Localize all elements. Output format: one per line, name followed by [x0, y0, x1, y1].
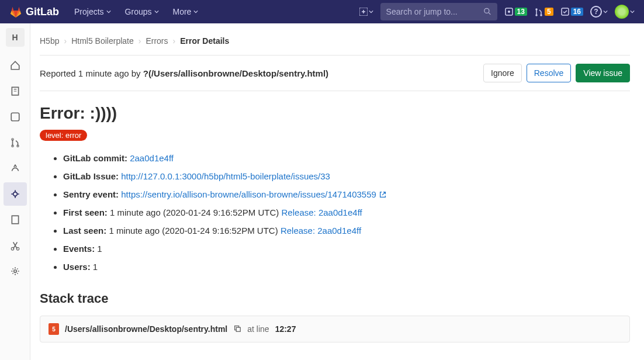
sentry-link[interactable]: https://sentry.io/allison-browne/allison… — [121, 189, 376, 199]
svg-point-3 — [508, 11, 510, 13]
detail-issue: GitLab Issue: http://127.0.0.1:3000/h5bp… — [63, 167, 630, 185]
left-sidebar: H — [0, 23, 30, 360]
issue-link[interactable]: http://127.0.0.1:3000/h5bp/html5-boilerp… — [121, 171, 330, 181]
main-content: H5bp › Html5 Boilerplate › Errors › Erro… — [30, 23, 644, 360]
svg-point-10 — [13, 192, 17, 196]
reported-text: Reported 1 minute ago by ?(/Users/alliso… — [40, 68, 328, 78]
detail-commit: GitLab commit: 2aa0d1e4ff — [63, 149, 630, 167]
sidebar-wiki[interactable] — [4, 208, 27, 231]
header-row: Reported 1 minute ago by ?(/Users/alliso… — [40, 55, 630, 91]
copy-path-button[interactable] — [233, 324, 241, 334]
action-buttons: Ignore Resolve View issue — [483, 64, 630, 82]
nav-groups[interactable]: Groups — [119, 4, 165, 20]
detail-users: Users: 1 — [63, 258, 630, 276]
stack-trace-title: Stack trace — [40, 291, 630, 306]
commit-link[interactable]: 2aa0d1e4ff — [130, 153, 174, 163]
at-line-label: at line — [247, 324, 269, 334]
svg-rect-6 — [11, 113, 19, 121]
breadcrumb-current: Error Details — [180, 36, 229, 46]
layout: H H5bp › Html5 Boilerplate › Errors › Er… — [0, 23, 644, 360]
svg-rect-11 — [12, 216, 18, 224]
top-navbar: GitLab Projects Groups More 13 5 16 ? — [0, 0, 644, 23]
user-avatar — [615, 5, 629, 19]
sidebar-settings[interactable] — [4, 259, 27, 283]
sidebar-overview[interactable] — [4, 54, 27, 77]
error-title: Error: :)))) — [40, 104, 630, 123]
detail-sentry: Sentry event: https://sentry.io/allison-… — [63, 185, 630, 203]
nav-projects[interactable]: Projects — [68, 4, 117, 20]
stack-frame: 5 /Users/allisonbrowne/Desktop/sentry.ht… — [40, 316, 630, 342]
todo-badge: 16 — [571, 8, 583, 16]
sidebar-operations[interactable] — [4, 182, 27, 206]
search-icon — [484, 8, 491, 16]
sidebar-repository[interactable] — [4, 79, 27, 103]
view-issue-button[interactable]: View issue — [576, 64, 630, 82]
nav-more[interactable]: More — [167, 4, 205, 20]
search-input[interactable] — [386, 7, 484, 16]
sidebar-issues[interactable] — [4, 105, 27, 129]
sidebar-merge-requests[interactable] — [4, 131, 27, 154]
search-box[interactable] — [380, 3, 497, 20]
breadcrumb-errors[interactable]: Errors — [146, 36, 168, 46]
breadcrumb: H5bp › Html5 Boilerplate › Errors › Erro… — [40, 30, 630, 55]
svg-point-14 — [13, 270, 16, 273]
html5-icon: 5 — [49, 323, 59, 335]
ignore-button[interactable]: Ignore — [483, 64, 522, 82]
merge-request-icon — [534, 7, 543, 16]
sidebar-ci[interactable] — [4, 157, 27, 180]
project-avatar[interactable]: H — [6, 28, 25, 47]
last-release-link[interactable]: Release: 2aa0d1e4ff — [281, 226, 361, 236]
mr-badge: 5 — [545, 8, 553, 16]
issues-icon — [504, 7, 514, 16]
todo-counter[interactable]: 16 — [560, 7, 583, 16]
chevron-down-icon — [369, 9, 373, 14]
help-icon: ? — [590, 6, 602, 18]
detail-first-seen: First seen: 1 minute ago (2020-01-24 9:1… — [63, 203, 630, 221]
chevron-down-icon — [154, 9, 159, 14]
chevron-down-icon — [630, 9, 635, 14]
breadcrumb-sep: › — [64, 36, 67, 46]
gitlab-icon — [9, 5, 22, 18]
navbar-right: 13 5 16 ? — [359, 3, 635, 20]
svg-point-1 — [484, 8, 489, 13]
plus-icon — [359, 8, 368, 16]
stack-path: /Users/allisonbrowne/Desktop/sentry.html — [65, 324, 227, 334]
breadcrumb-project[interactable]: Html5 Boilerplate — [71, 36, 134, 46]
mr-counter[interactable]: 5 — [534, 7, 553, 16]
detail-last-seen: Last seen: 1 minute ago (2020-01-24 9:16… — [63, 221, 630, 240]
breadcrumb-sep: › — [173, 36, 176, 46]
resolve-button[interactable]: Resolve — [527, 64, 572, 82]
issues-badge: 13 — [515, 8, 527, 16]
line-number: 12:27 — [275, 324, 296, 334]
level-badge: level: error — [40, 130, 87, 141]
detail-events: Events: 1 — [63, 240, 630, 258]
navbar-left: GitLab Projects Groups More — [9, 4, 204, 20]
brand-text: GitLab — [26, 6, 59, 18]
chevron-down-icon — [106, 9, 111, 14]
new-menu[interactable] — [359, 8, 373, 16]
issues-counter[interactable]: 13 — [504, 7, 527, 16]
external-link-icon — [379, 189, 387, 199]
breadcrumb-sep: › — [139, 36, 141, 46]
svg-rect-16 — [237, 327, 241, 331]
sidebar-snippets[interactable] — [4, 234, 27, 257]
details-list: GitLab commit: 2aa0d1e4ff GitLab Issue: … — [40, 149, 630, 276]
chevron-down-icon — [193, 9, 198, 14]
breadcrumb-h5bp[interactable]: H5bp — [40, 36, 59, 46]
chevron-down-icon — [603, 9, 608, 14]
first-release-link[interactable]: Release: 2aa0d1e4ff — [282, 207, 362, 217]
gitlab-logo[interactable]: GitLab — [9, 5, 59, 18]
todo-icon — [560, 7, 570, 16]
help-menu[interactable]: ? — [590, 6, 608, 18]
user-menu[interactable] — [615, 5, 635, 19]
